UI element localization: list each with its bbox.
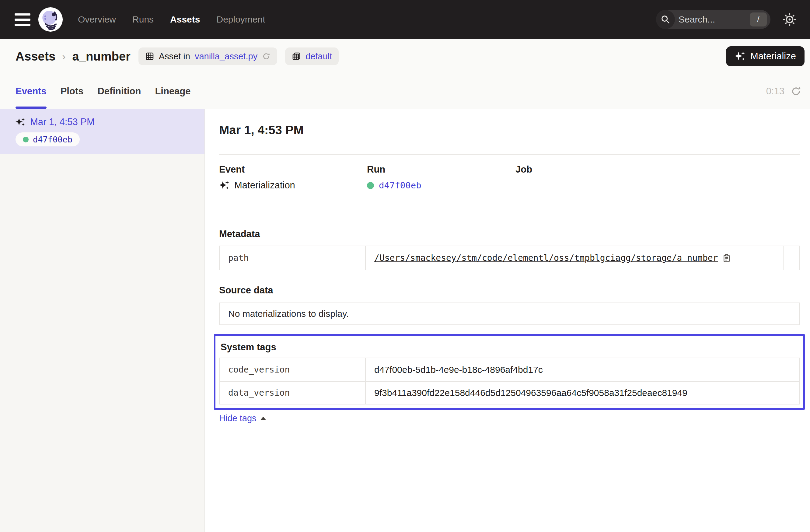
tab-plots[interactable]: Plots <box>61 74 84 109</box>
search-shortcut-key: / <box>750 13 767 27</box>
top-nav-bar: Overview Runs Assets Deployment / <box>0 0 810 39</box>
materialize-button[interactable]: Materialize <box>726 46 805 66</box>
hide-tags-button[interactable]: Hide tags <box>219 413 266 423</box>
nav-item-deployment[interactable]: Deployment <box>216 14 265 25</box>
table-row: data_version 9f3b411a390fd22e158d446d5d1… <box>220 381 799 404</box>
metadata-path-link[interactable]: /Users/smackesey/stm/code/elementl/oss/t… <box>374 253 718 263</box>
breadcrumb-assets-link[interactable]: Assets <box>16 50 55 63</box>
system-tags-table: code_version d47f00eb-5d1b-4e9e-b18c-489… <box>219 358 800 404</box>
source-data-empty-message: No materializations to display. <box>219 303 800 325</box>
reload-definition-icon[interactable] <box>262 52 271 61</box>
caret-up-icon <box>260 417 266 420</box>
tab-definition[interactable]: Definition <box>97 74 141 109</box>
event-type-label: Materialization <box>234 180 295 191</box>
run-status-dot <box>23 136 29 142</box>
event-type-value: Materialization <box>219 180 367 191</box>
materialization-sparkle-icon <box>219 180 229 191</box>
metadata-table: path /Users/smackesey/stm/code/elementl/… <box>219 246 800 270</box>
asset-group-label: default <box>306 51 332 62</box>
metadata-key: path <box>220 246 365 270</box>
asset-group-badge[interactable]: default <box>285 47 339 65</box>
table-grid-icon <box>145 52 154 61</box>
clipboard-icon[interactable] <box>722 254 731 263</box>
breadcrumb: Assets › a_number <box>16 50 131 63</box>
asset-definition-badge[interactable]: Asset in vanilla_asset.py <box>139 47 277 65</box>
tag-key: data_version <box>220 382 365 404</box>
asset-header: Assets › a_number Asset in vanilla_asset… <box>0 39 810 74</box>
event-detail-panel: Mar 1, 4:53 PM Event Run Job Materializa… <box>205 109 810 532</box>
breadcrumb-separator: › <box>62 50 65 62</box>
materialization-sparkle-icon <box>16 117 25 127</box>
materialize-button-label: Materialize <box>750 51 796 62</box>
table-row: path /Users/smackesey/stm/code/elementl/… <box>220 246 799 270</box>
asset-definition-label: Asset in <box>159 51 190 62</box>
nav-item-assets[interactable]: Assets <box>170 14 200 25</box>
primary-nav: Overview Runs Assets Deployment <box>78 14 265 25</box>
run-id-pill[interactable]: d47f00eb <box>16 132 80 146</box>
event-column-label: Event <box>219 164 367 175</box>
job-column-label: Job <box>516 164 800 175</box>
nav-item-overview[interactable]: Overview <box>78 14 116 25</box>
tag-value: d47f00eb-5d1b-4e9e-b18c-4896af4bd17c <box>365 358 799 381</box>
nav-item-runs[interactable]: Runs <box>132 14 154 25</box>
event-list-item-selected[interactable]: Mar 1, 4:53 PM d47f00eb <box>0 109 205 154</box>
table-row: code_version d47f00eb-5d1b-4e9e-b18c-489… <box>220 358 799 381</box>
dagster-logo-icon[interactable] <box>38 7 63 32</box>
event-summary-grid: Event Run Job Materialization d47f00eb — <box>219 164 800 191</box>
run-value: d47f00eb <box>367 180 516 191</box>
top-nav-right: / <box>656 10 797 29</box>
tab-lineage[interactable]: Lineage <box>155 74 191 109</box>
run-status-dot <box>367 182 374 189</box>
system-tags-heading: System tags <box>221 342 800 353</box>
source-data-heading: Source data <box>219 285 800 296</box>
gear-icon[interactable] <box>783 13 797 27</box>
tag-key: code_version <box>220 358 365 381</box>
run-column-label: Run <box>367 164 516 175</box>
tag-value: 9f3b411a390fd22e158d446d5d12504963596aa6… <box>365 382 799 404</box>
run-id-label: d47f00eb <box>33 135 72 144</box>
system-tags-highlight: System tags code_version d47f00eb-5d1b-4… <box>214 334 805 410</box>
search-icon <box>656 10 675 29</box>
event-detail-heading: Mar 1, 4:53 PM <box>219 123 800 137</box>
run-id-link[interactable]: d47f00eb <box>379 180 421 191</box>
event-timestamp-link[interactable]: Mar 1, 4:53 PM <box>30 116 95 128</box>
events-content: Mar 1, 4:53 PM d47f00eb Mar 1, 4:53 PM E… <box>0 109 810 532</box>
event-list-sidebar: Mar 1, 4:53 PM d47f00eb <box>0 109 205 532</box>
sparkle-icon <box>734 51 745 62</box>
metadata-heading: Metadata <box>219 229 800 240</box>
asset-tabs: Events Plots Definition Lineage 0:13 <box>0 74 810 109</box>
countdown-value: 0:13 <box>766 86 784 97</box>
search-box[interactable]: / <box>656 10 771 29</box>
tab-events[interactable]: Events <box>16 74 47 109</box>
table-gutter <box>783 246 799 270</box>
divider <box>219 154 800 155</box>
job-empty-dash: — <box>516 180 525 191</box>
search-input[interactable] <box>678 14 750 25</box>
menu-icon[interactable] <box>15 13 30 26</box>
code-location-icon <box>292 52 301 61</box>
refresh-icon[interactable] <box>791 86 801 97</box>
asset-file-link[interactable]: vanilla_asset.py <box>195 51 257 62</box>
job-value: — <box>516 180 800 191</box>
breadcrumb-asset-name: a_number <box>72 50 131 63</box>
auto-refresh-countdown: 0:13 <box>766 86 801 97</box>
hide-tags-label: Hide tags <box>219 413 257 423</box>
